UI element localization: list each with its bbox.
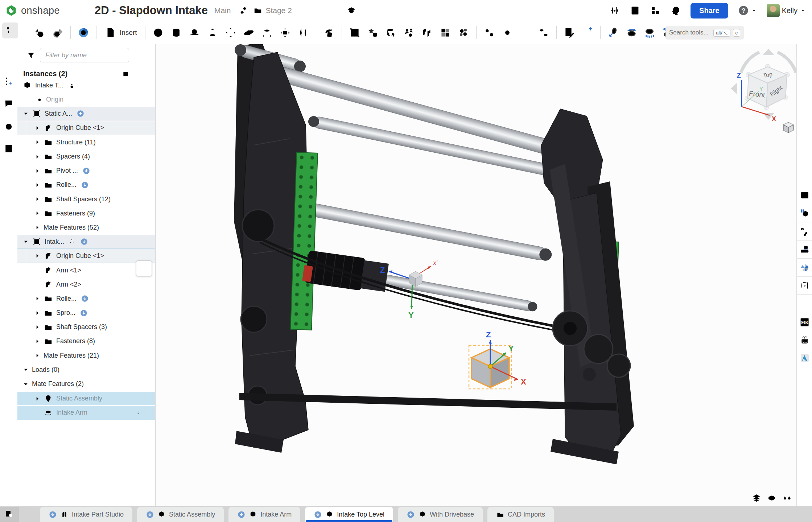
simulation-button[interactable] [578, 24, 597, 42]
featurescript-button[interactable] [797, 276, 812, 295]
tree-row[interactable]: Fasteners (8) [17, 334, 155, 348]
chevron-right-icon[interactable] [34, 153, 41, 160]
chevron-down-icon[interactable] [22, 110, 29, 117]
chevron-right-icon[interactable] [34, 252, 41, 259]
tree-row[interactable]: Fasteners (9) [17, 206, 155, 221]
list-options-icon[interactable] [133, 50, 148, 61]
user-menu[interactable]: Kelly [767, 4, 806, 17]
chevron-right-icon[interactable] [34, 210, 41, 217]
animate-revolve-button[interactable] [622, 24, 640, 42]
ball-mate-button[interactable] [240, 24, 258, 42]
mkcad-app-button[interactable] [797, 313, 812, 331]
badge-icon[interactable] [82, 167, 90, 175]
transform-button[interactable] [320, 24, 338, 42]
undo-button[interactable] [30, 24, 49, 42]
main-menu-icon[interactable] [76, 5, 87, 16]
named-positions-button[interactable] [364, 24, 382, 42]
drawing-button[interactable] [560, 24, 578, 42]
tree-row[interactable]: Shaft Spacers (12) [17, 192, 155, 206]
comments-button[interactable] [1, 96, 17, 112]
snap-mode-button[interactable] [294, 24, 312, 42]
cylindrical-mate-button[interactable] [258, 24, 276, 42]
tree-row[interactable]: Static A... [17, 107, 155, 121]
outline-flyout-button[interactable] [136, 260, 152, 276]
tab-intake-arm[interactable]: Intake Arm [228, 507, 300, 522]
tree-row[interactable]: Rolle... [17, 292, 155, 306]
tab-with-drivebase[interactable]: With Drivebase [398, 507, 483, 522]
replicate-button[interactable] [382, 24, 400, 42]
tasks-button[interactable] [630, 5, 640, 16]
render-app-button[interactable] [797, 258, 812, 276]
tree-row[interactable]: Structure (11) [17, 135, 155, 149]
tree-row[interactable]: Intake T... [17, 78, 155, 93]
animate-drop-button[interactable] [640, 24, 659, 42]
chevron-right-icon[interactable] [34, 224, 41, 231]
chevron-right-icon[interactable] [34, 139, 41, 145]
view-roll-left[interactable] [741, 52, 759, 73]
tree-row[interactable]: Shaft Spacers (3) [17, 320, 155, 334]
chevron-right-icon[interactable] [34, 182, 41, 188]
tree-row[interactable]: Pivot ... [17, 164, 155, 178]
tree-row[interactable]: Arm <1> [17, 263, 155, 277]
tree-row[interactable]: Static Assembly [17, 391, 155, 405]
chevron-down-icon[interactable] [22, 238, 29, 245]
tree-row[interactable]: Spro... [17, 306, 155, 320]
tab-intake-part-studio[interactable]: Intake Part Studio [40, 507, 132, 522]
belt-relation-button[interactable] [535, 24, 553, 42]
gear-relation-button[interactable] [480, 24, 498, 42]
robot-app-button[interactable] [797, 331, 812, 349]
linear-pattern-button[interactable] [436, 24, 454, 42]
tree-row[interactable]: Loads (0) [17, 363, 155, 377]
3d-model[interactable] [233, 44, 634, 464]
chevron-right-icon[interactable] [34, 324, 41, 330]
tree-row[interactable]: Intak... [17, 235, 155, 249]
planar-mate-button[interactable] [222, 24, 240, 42]
filter-icon[interactable] [26, 51, 36, 61]
badge-icon[interactable] [80, 238, 88, 246]
origin-cube-selected[interactable]: Z Y X [469, 330, 526, 389]
apps-button[interactable] [650, 5, 661, 16]
chevron-right-icon[interactable] [34, 295, 41, 302]
workspace-name[interactable]: Main [214, 6, 231, 15]
chevron-down-icon[interactable] [22, 366, 29, 373]
link-icon[interactable] [239, 6, 248, 15]
chevron-right-icon[interactable] [34, 352, 41, 359]
chevron-right-icon[interactable] [34, 395, 41, 402]
animate-rotate-button[interactable] [604, 24, 622, 42]
tab-search-button[interactable] [0, 507, 19, 522]
history-button[interactable] [1, 118, 17, 134]
chevron-right-icon[interactable] [34, 310, 41, 316]
badge-icon[interactable] [80, 309, 88, 317]
tree-row[interactable]: Origin [17, 93, 155, 107]
view-rotate-up[interactable] [763, 49, 774, 55]
screw-relation-button[interactable] [516, 24, 535, 42]
revolute-mate-button[interactable] [185, 24, 203, 42]
redo-button[interactable] [49, 24, 67, 42]
learning-center-icon[interactable] [346, 5, 356, 16]
tree-row[interactable]: Arm <2> [17, 278, 155, 292]
explode-button[interactable] [454, 24, 473, 42]
tree-row[interactable]: Intake Arm [17, 405, 155, 419]
badge-icon[interactable] [77, 110, 85, 118]
fastened-mate-button[interactable] [167, 24, 185, 42]
properties-button[interactable] [1, 141, 17, 157]
badge-icon[interactable] [81, 181, 89, 189]
tab-cad-imports[interactable]: CAD Imports [487, 507, 554, 522]
insert-instance-icon[interactable] [120, 68, 133, 78]
derived-parts-button[interactable] [797, 222, 812, 240]
chevron-right-icon[interactable] [34, 338, 41, 345]
instances-panel-button[interactable] [2, 22, 18, 38]
group-button[interactable] [346, 24, 364, 42]
mate-connector-button[interactable] [149, 24, 167, 42]
frame-tool-button[interactable] [797, 240, 812, 258]
tree-row[interactable]: Origin Cube <1> [17, 121, 155, 135]
onshape-logo[interactable]: onshape [5, 4, 60, 17]
tab-static-assembly[interactable]: Static Assembly [137, 507, 224, 522]
help-menu[interactable] [738, 5, 757, 16]
view-cube[interactable]: Top Front Right Z X Y [731, 49, 796, 133]
ai-assistant-button[interactable] [670, 5, 681, 16]
new-tab-button[interactable] [19, 507, 36, 522]
share-button[interactable]: Share [691, 3, 728, 19]
view-roll-right[interactable] [778, 52, 796, 73]
tree-row[interactable]: Origin Cube <1> [17, 249, 155, 263]
